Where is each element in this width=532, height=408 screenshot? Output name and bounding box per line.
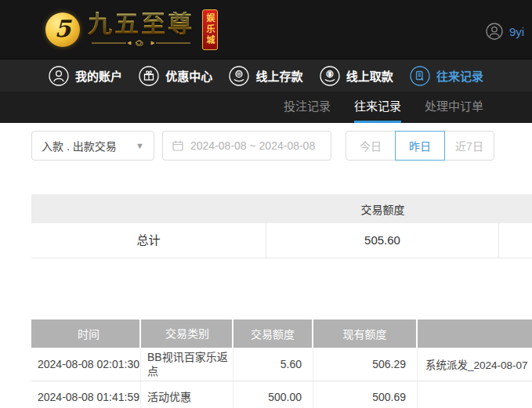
nav-label: 线上取款 bbox=[346, 67, 393, 84]
nav-label: 线上存款 bbox=[255, 67, 302, 84]
avatar-icon bbox=[486, 23, 503, 40]
nav-item-transaction-records[interactable]: 往来记录 bbox=[410, 66, 483, 86]
cell-amount: 5.60 bbox=[233, 348, 313, 381]
last7days-button[interactable]: 近7日 bbox=[444, 131, 494, 161]
nav-item-promotions[interactable]: 优惠中心 bbox=[139, 66, 212, 86]
logo-title: 九五至尊 bbox=[88, 12, 194, 38]
date-range-picker[interactable]: 2024-08-08 ~ 2024-08-08 bbox=[162, 131, 331, 161]
cell-type: 活动优惠 bbox=[141, 381, 233, 408]
col-header-amount: 交易额度 bbox=[233, 320, 313, 348]
nav-item-deposit[interactable]: 线上存款 bbox=[229, 66, 302, 86]
transaction-type-select[interactable]: 入款 . 出款交易 ▼ bbox=[31, 131, 154, 161]
site-header: 5 九五至尊 娱乐城 9yi bbox=[0, 0, 532, 59]
username[interactable]: 9yi bbox=[509, 25, 524, 38]
logo-flourish-icon bbox=[90, 39, 192, 47]
deposit-icon bbox=[229, 66, 249, 86]
quick-range-buttons: 今日 昨日 近7日 bbox=[346, 131, 494, 161]
col-header-remark bbox=[418, 320, 532, 348]
transaction-type-value: 入款 . 出款交易 bbox=[42, 138, 117, 153]
tab-betting-records[interactable]: 投注记录 bbox=[284, 92, 331, 123]
record-tabs: 投注记录 往来记录 处理中订单 bbox=[0, 92, 532, 123]
summary-table: 交易额度 总计 505.60 bbox=[31, 194, 532, 258]
tab-transaction-records[interactable]: 往来记录 bbox=[354, 92, 401, 123]
main-nav: 我的账户 优惠中心 线上存款 $ 线上取款 往来记录 bbox=[0, 59, 532, 92]
gift-icon bbox=[139, 66, 159, 86]
col-header-type: 交易类别 bbox=[141, 320, 233, 348]
summary-total-label: 总计 bbox=[31, 223, 266, 258]
cell-remark: 系统派发_2024-08-07 bbox=[418, 348, 532, 381]
yesterday-button[interactable]: 昨日 bbox=[395, 131, 445, 161]
user-menu[interactable]: 9yi bbox=[486, 23, 524, 40]
today-button[interactable]: 今日 bbox=[346, 131, 396, 161]
records-icon bbox=[410, 66, 430, 86]
cell-type: BB视讯百家乐返点 bbox=[141, 348, 233, 381]
cell-time: 2024-08-08 02:01:30 bbox=[31, 348, 141, 381]
summary-total-amount: 505.60 bbox=[266, 223, 499, 258]
nav-label: 往来记录 bbox=[436, 67, 483, 84]
calendar-icon bbox=[172, 139, 184, 152]
nav-item-my-account[interactable]: 我的账户 bbox=[49, 66, 122, 86]
svg-text:$: $ bbox=[328, 70, 331, 78]
nav-item-withdraw[interactable]: $ 线上取款 bbox=[320, 66, 393, 86]
cell-balance: 506.29 bbox=[313, 348, 418, 381]
cell-balance: 500.69 bbox=[313, 381, 418, 408]
logo-badge: 娱乐城 bbox=[202, 9, 218, 50]
filter-bar: 入款 . 出款交易 ▼ 2024-08-08 ~ 2024-08-08 今日 昨… bbox=[31, 131, 532, 161]
nav-label: 我的账户 bbox=[75, 67, 122, 84]
table-row: 2024-08-08 01:41:59 活动优惠 500.00 500.69 bbox=[31, 381, 532, 408]
tab-processing-orders[interactable]: 处理中订单 bbox=[425, 92, 483, 123]
cell-remark bbox=[418, 381, 532, 408]
cell-amount: 500.00 bbox=[233, 381, 313, 408]
withdraw-icon: $ bbox=[320, 66, 340, 86]
transactions-table: 时间 交易类别 交易额度 现有额度 2024-08-08 02:01:30 BB… bbox=[31, 320, 532, 408]
nav-label: 优惠中心 bbox=[165, 67, 212, 84]
summary-header-row: 交易额度 bbox=[31, 194, 532, 223]
col-header-balance: 现有额度 bbox=[313, 320, 418, 348]
site-logo[interactable]: 5 九五至尊 娱乐城 bbox=[45, 9, 218, 50]
chevron-down-icon: ▼ bbox=[136, 141, 144, 150]
logo-emblem-number: 5 bbox=[55, 15, 71, 42]
logo-emblem-icon: 5 bbox=[45, 13, 80, 47]
col-header-time: 时间 bbox=[31, 320, 141, 348]
transactions-header-row: 时间 交易类别 交易额度 现有额度 bbox=[31, 320, 532, 348]
summary-total-row: 总计 505.60 bbox=[31, 223, 532, 258]
table-row: 2024-08-08 02:01:30 BB视讯百家乐返点 5.60 506.2… bbox=[31, 348, 532, 381]
user-icon bbox=[49, 66, 69, 86]
cell-time: 2024-08-08 01:41:59 bbox=[31, 381, 141, 408]
date-range-value: 2024-08-08 ~ 2024-08-08 bbox=[190, 139, 315, 152]
summary-header-amount: 交易额度 bbox=[266, 201, 499, 217]
